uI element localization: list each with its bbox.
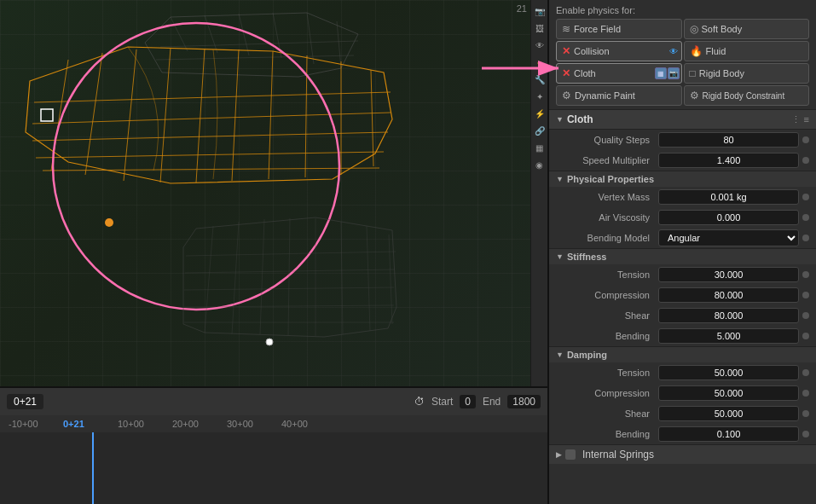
physics-btn-collision[interactable]: ✕ Collision 👁 (556, 41, 682, 61)
sidebar-icon-render[interactable]: 📷 (532, 3, 547, 19)
timeline-bar-area[interactable] (0, 432, 547, 504)
speed-multiplier-row: Speed Multiplier 1.400 (549, 150, 816, 171)
svg-line-21 (32, 113, 391, 124)
force-field-icon: ≋ (562, 23, 570, 35)
stiffness-tension-value[interactable]: 30.000 (658, 267, 799, 282)
cloth-ctrl-icon-2[interactable]: 📷 (668, 67, 680, 79)
physics-btn-soft-body[interactable]: ◎ Soft Body (684, 19, 810, 39)
sidebar-icon-material[interactable]: ◉ (532, 157, 547, 172)
bending-model-label: Bending Model (556, 233, 658, 243)
quality-steps-dot (802, 136, 809, 143)
sidebar-icon-particles[interactable]: ✦ (532, 89, 547, 104)
damping-header[interactable]: ▼ Damping (549, 346, 816, 362)
svg-line-26 (205, 226, 213, 333)
stiffness-tension-row: Tension 30.000 (549, 264, 816, 285)
physics-btn-cloth[interactable]: ✕ Cloth ▦ 📷 (556, 63, 682, 84)
collision-label: Collision (574, 46, 610, 56)
cloth-collapse-icon: ▼ (556, 115, 564, 124)
bending-model-dot (802, 235, 809, 241)
stiffness-bending-value[interactable]: 5.000 (658, 328, 799, 344)
timeline-track[interactable]: -10+00 0+21 10+00 20+00 30+00 40+00 (0, 415, 547, 504)
cloth-menu-icon[interactable]: ⋮ (791, 114, 801, 125)
stiffness-compression-label: Compression (556, 290, 658, 300)
stiffness-shear-dot (802, 312, 809, 319)
sidebar-icon-physics[interactable]: ⚡ (532, 106, 547, 121)
physics-grid: ≋ Force Field ◎ Soft Body ✕ Collision 👁 … (556, 19, 809, 106)
timeline-frame-display[interactable]: 0+21 (7, 394, 43, 409)
vertex-mass-row: Vertex Mass 0.001 kg (549, 187, 816, 207)
air-viscosity-value[interactable]: 0.000 (658, 210, 799, 225)
stiffness-header[interactable]: ▼ Stiffness (549, 248, 816, 264)
vertex-mass-label: Vertex Mass (556, 192, 658, 202)
timeline: 0+21 ⏱ Start 0 End 1800 -10+00 0+21 10+0… (0, 386, 547, 504)
force-field-label: Force Field (574, 24, 621, 34)
physics-enable-label: Enable physics for: (556, 5, 809, 15)
svg-line-37 (184, 305, 394, 307)
cloth-section-header[interactable]: ▼ Cloth ⋮ ≡ (549, 109, 816, 130)
internal-springs-label: Internal Springs (582, 449, 654, 461)
internal-springs-header[interactable]: ▶ Internal Springs (549, 444, 816, 464)
cloth-settings-icon[interactable]: ≡ (804, 114, 809, 125)
svg-line-13 (160, 48, 171, 182)
svg-line-16 (269, 51, 273, 179)
bending-model-select[interactable]: Angular Linear (658, 229, 799, 246)
playhead (92, 432, 94, 504)
speed-multiplier-value[interactable]: 1.400 (658, 153, 799, 168)
svg-line-8 (156, 55, 354, 60)
sidebar-icon-view[interactable]: 👁 (532, 38, 547, 53)
sidebar-icon-constraints[interactable]: 🔗 (532, 123, 547, 138)
damping-tension-label: Tension (556, 368, 658, 378)
damping-tension-value[interactable]: 50.000 (658, 365, 799, 380)
damping-bending-dot (802, 431, 809, 437)
stiffness-compression-dot (802, 292, 809, 298)
svg-marker-0 (145, 13, 358, 77)
vertex-mass-dot (802, 194, 809, 200)
quality-steps-row: Quality Steps 80 (549, 130, 816, 150)
cloth-label: Cloth (574, 68, 596, 78)
collision-x-icon: ✕ (562, 45, 570, 57)
quality-steps-value[interactable]: 80 (658, 132, 799, 148)
speed-multiplier-dot (802, 157, 809, 164)
selection-marker (41, 109, 53, 121)
svg-line-24 (43, 168, 379, 171)
stiffness-shear-value[interactable]: 80.000 (658, 308, 799, 323)
stiffness-compression-value[interactable]: 80.000 (658, 287, 799, 303)
air-viscosity-label: Air Viscosity (556, 212, 658, 223)
rbc-label: Rigid Body Constraint (703, 91, 785, 101)
svg-marker-9 (26, 47, 392, 183)
sidebar-icon-data[interactable]: ▦ (532, 140, 547, 155)
sidebar-icon-object[interactable]: ○ (532, 55, 547, 70)
sidebar-icons: 📷 🖼 👁 ○ 🔧 ✦ ⚡ 🔗 ▦ ◉ (530, 0, 547, 386)
physical-props-collapse: ▼ (556, 175, 564, 183)
rbc-icon: ⚙ (690, 90, 699, 101)
physics-btn-rigid-body-constraint[interactable]: ⚙ Rigid Body Constraint (684, 85, 810, 106)
physics-btn-rigid-body[interactable]: □ Rigid Body (684, 63, 810, 84)
timeline-numbers: -10+00 0+21 10+00 20+00 30+00 40+00 (0, 415, 547, 432)
svg-line-28 (260, 219, 264, 334)
end-value[interactable]: 1800 (507, 395, 541, 408)
damping-bending-value[interactable]: 0.100 (658, 426, 799, 442)
dynamic-paint-label: Dynamic Paint (575, 90, 635, 101)
svg-line-32 (367, 226, 370, 331)
physical-properties-header[interactable]: ▼ Physical Properties (549, 171, 816, 187)
viewport-3d[interactable]: 21 (0, 0, 547, 386)
sidebar-icon-modifiers[interactable]: 🔧 (532, 72, 547, 87)
svg-line-7 (160, 41, 358, 47)
stiffness-shear-row: Shear 80.000 (549, 305, 816, 326)
bending-model-row: Bending Model Angular Linear (549, 228, 816, 248)
cloth-panel: ▼ Cloth ⋮ ≡ Quality Steps 80 Speed Multi… (549, 109, 816, 471)
soft-body-label: Soft Body (702, 24, 743, 34)
start-value[interactable]: 0 (460, 395, 476, 408)
cloth-ctrl-icon-1[interactable]: ▦ (655, 67, 667, 79)
physics-btn-force-field[interactable]: ≋ Force Field (556, 19, 682, 39)
stiffness-bending-label: Bending (556, 331, 658, 341)
collision-eye-icon[interactable]: 👁 (669, 47, 678, 56)
damping-shear-value[interactable]: 50.000 (658, 406, 799, 421)
physics-btn-dynamic-paint[interactable]: ⚙ Dynamic Paint (556, 85, 682, 106)
vertex-mass-value[interactable]: 0.001 kg (658, 189, 799, 205)
damping-compression-value[interactable]: 50.000 (658, 385, 799, 401)
damping-bending-label: Bending (556, 429, 658, 439)
physics-btn-fluid[interactable]: 🔥 Fluid (684, 41, 810, 61)
right-panel: Enable physics for: ≋ Force Field ◎ Soft… (547, 0, 816, 504)
sidebar-icon-output[interactable]: 🖼 (532, 20, 547, 36)
